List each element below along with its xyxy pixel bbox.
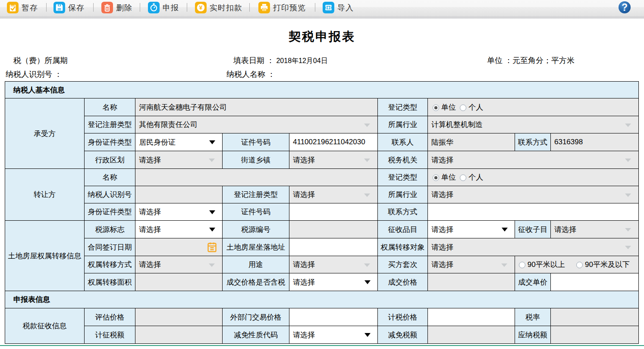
svg-text:¥: ¥ xyxy=(199,4,203,11)
